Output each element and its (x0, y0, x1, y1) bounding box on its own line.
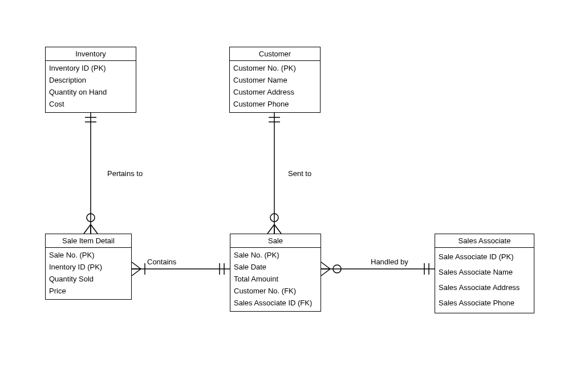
svg-point-22 (333, 265, 341, 273)
svg-line-20 (132, 269, 141, 276)
entity-inventory: Inventory Inventory ID (PK) Description … (45, 47, 136, 113)
rel-label-contains: Contains (147, 258, 176, 266)
rel-label-sent-to: Sent to (288, 169, 311, 178)
svg-line-6 (91, 224, 98, 234)
entity-title: Customer (230, 47, 320, 61)
attr: Inventory ID (PK) (49, 62, 132, 74)
attr: Quantity Sold (49, 273, 128, 285)
svg-line-13 (274, 224, 281, 234)
attr: Description (49, 74, 132, 86)
attr: Quantity on Hand (49, 86, 132, 98)
entity-attrs: Sale Associate ID (PK) Sales Associate N… (435, 248, 534, 313)
attr: Customer No. (PK) (233, 62, 317, 74)
entity-sales-associate: Sales Associate Sale Associate ID (PK) S… (435, 234, 534, 313)
attr: Customer Address (233, 86, 317, 98)
entity-sale: Sale Sale No. (PK) Sale Date Total Amoui… (230, 234, 321, 312)
entity-customer: Customer Customer No. (PK) Customer Name… (229, 47, 321, 113)
attr: Sale Date (234, 261, 317, 273)
attr: Inentory ID (PK) (49, 261, 128, 273)
entity-attrs: Sale No. (PK) Inentory ID (PK) Quantity … (46, 248, 131, 299)
svg-line-25 (321, 269, 330, 276)
attr: Total Amouint (234, 273, 317, 285)
entity-sale-item-detail: Sale Item Detail Sale No. (PK) Inentory … (45, 234, 132, 300)
svg-point-3 (87, 214, 95, 222)
entity-attrs: Inventory ID (PK) Description Quantity o… (46, 61, 136, 112)
attr: Price (49, 285, 128, 297)
attr: Sale No. (PK) (234, 249, 317, 261)
entity-title: Inventory (46, 47, 136, 61)
attr: Sales Associate ID (FK) (234, 297, 317, 309)
attr: Sale Associate ID (PK) (439, 249, 530, 264)
rel-label-handled-by: Handled by (371, 258, 408, 266)
attr: Customer Phone (233, 98, 317, 110)
svg-point-10 (270, 214, 278, 222)
svg-line-18 (132, 262, 141, 269)
attr: Sale No. (PK) (49, 249, 128, 261)
rel-label-pertains-to: Pertains to (107, 169, 143, 178)
attr: Customer No. (FK) (234, 285, 317, 297)
attr: Sales Associate Name (439, 264, 530, 280)
svg-line-11 (267, 224, 274, 234)
attr: Sales Associate Address (439, 280, 530, 295)
svg-line-4 (84, 224, 91, 234)
svg-line-23 (321, 262, 330, 269)
entity-attrs: Sale No. (PK) Sale Date Total Amouint Cu… (230, 248, 321, 311)
entity-attrs: Customer No. (PK) Customer Name Customer… (230, 61, 320, 112)
attr: Cost (49, 98, 132, 110)
entity-title: Sale Item Detail (46, 234, 131, 248)
entity-title: Sale (230, 234, 321, 248)
entity-title: Sales Associate (435, 234, 534, 248)
attr: Sales Associate Phone (439, 295, 530, 311)
attr: Customer Name (233, 74, 317, 86)
